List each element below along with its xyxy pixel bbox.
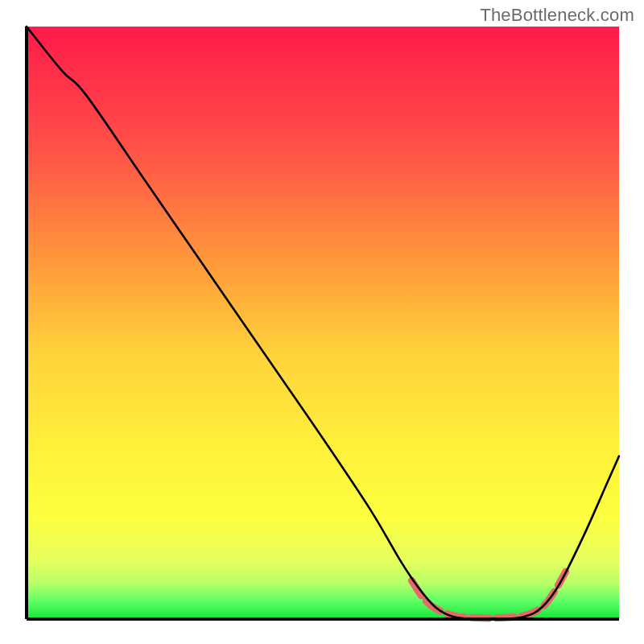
chart-frame: TheBottleneck.com xyxy=(0,0,644,644)
plot-background xyxy=(27,27,619,619)
watermark-label: TheBottleneck.com xyxy=(480,5,634,26)
chart-svg xyxy=(0,0,644,644)
